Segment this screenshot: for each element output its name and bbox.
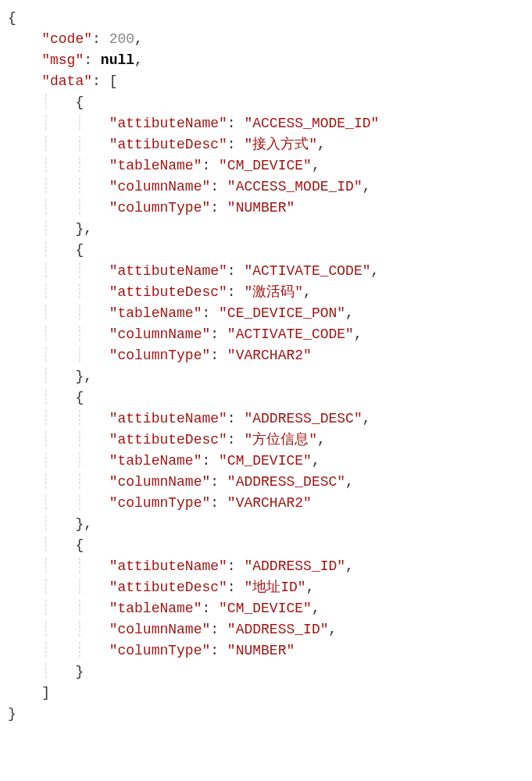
object-close: ┊ }, (8, 219, 524, 240)
prop-line: ┊ ┊ "tableName": "CM_DEVICE", (8, 598, 524, 619)
json-viewer: { "code": 200, "msg": null, "data": [ ┊ … (8, 8, 524, 725)
array-close: ] (8, 683, 524, 704)
object-close: ┊ } (8, 662, 524, 683)
object-open: ┊ { (8, 387, 524, 408)
prop-line: ┊ ┊ "tableName": "CE_DEVICE_PON", (8, 303, 524, 324)
object-open: ┊ { (8, 535, 524, 556)
prop-line: ┊ ┊ "tableName": "CM_DEVICE", (8, 451, 524, 472)
prop-line: ┊ ┊ "attibuteName": "ACTIVATE_CODE", (8, 261, 524, 282)
prop-line: ┊ ┊ "attibuteDesc": "接入方式", (8, 134, 524, 155)
prop-line: ┊ ┊ "columnName": "ACCESS_MODE_ID", (8, 177, 524, 198)
prop-line: ┊ ┊ "attibuteDesc": "激活码", (8, 282, 524, 303)
prop-line: ┊ ┊ "columnName": "ADDRESS_ID", (8, 619, 524, 640)
code-line: "code": 200, (8, 29, 524, 50)
prop-line: ┊ ┊ "columnType": "VARCHAR2" (8, 345, 524, 366)
prop-line: ┊ ┊ "columnType": "VARCHAR2" (8, 493, 524, 514)
prop-line: ┊ ┊ "attibuteName": "ACCESS_MODE_ID" (8, 113, 524, 134)
prop-line: ┊ ┊ "columnType": "NUMBER" (8, 198, 524, 219)
prop-line: ┊ ┊ "columnName": "ACTIVATE_CODE", (8, 324, 524, 345)
msg-line: "msg": null, (8, 50, 524, 71)
object-open: ┊ { (8, 240, 524, 261)
prop-line: ┊ ┊ "attibuteName": "ADDRESS_ID", (8, 556, 524, 577)
brace-close: } (8, 704, 524, 725)
data-key-line: "data": [ (8, 71, 524, 92)
object-open: ┊ { (8, 92, 524, 113)
brace-open: { (8, 8, 524, 29)
prop-line: ┊ ┊ "tableName": "CM_DEVICE", (8, 155, 524, 177)
prop-line: ┊ ┊ "attibuteDesc": "地址ID", (8, 577, 524, 598)
object-close: ┊ }, (8, 514, 524, 535)
prop-line: ┊ ┊ "columnType": "NUMBER" (8, 640, 524, 662)
prop-line: ┊ ┊ "attibuteName": "ADDRESS_DESC", (8, 408, 524, 430)
prop-line: ┊ ┊ "columnName": "ADDRESS_DESC", (8, 472, 524, 493)
prop-line: ┊ ┊ "attibuteDesc": "方位信息", (8, 430, 524, 451)
object-close: ┊ }, (8, 366, 524, 387)
